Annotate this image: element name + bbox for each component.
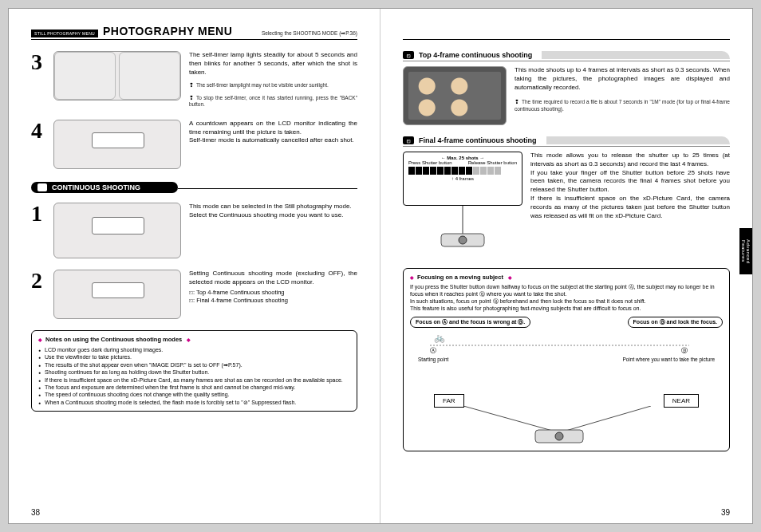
timeline-press: Press Shutter button: [408, 160, 452, 165]
step-number-4: 4: [31, 120, 45, 169]
page-39: ⏍ Top 4-frame continuous shooting This m…: [380, 9, 752, 523]
final4-text: This mode allows you to release the shut…: [530, 152, 730, 255]
step3-text: The self-timer lamp lights steadily for …: [189, 51, 357, 77]
focus-body: If you press the Shutter button down hal…: [410, 283, 723, 312]
step2-text: Setting Continuous shooting mode (exclud…: [189, 270, 357, 287]
note-item: The speed of continuous shooting does no…: [38, 391, 350, 398]
step1-text: This mode can be selected in the Still p…: [189, 203, 357, 258]
focus-title: Focusing on a moving subject: [410, 274, 723, 281]
step-1: 1 This mode can be selected in the Still…: [31, 203, 357, 258]
selecting-mode: Selecting the SHOOTING MODE (➡P.36): [262, 30, 357, 37]
note-item: The focus and exposure are determined wh…: [38, 384, 350, 391]
page-number-right: 39: [721, 508, 730, 517]
svg-line-7: [463, 406, 555, 432]
section-continuous-shooting: CONTINUOUS SHOOTING: [31, 182, 178, 193]
step-4: 4 A countdown appears on the LCD monitor…: [31, 120, 357, 169]
step4-text: A countdown appears on the LCD monitor i…: [189, 120, 357, 169]
menu-title: PHOTOGRAPHY MENU: [103, 25, 232, 37]
note-item: When a Continuous shooting mode is selec…: [38, 399, 350, 406]
step-number-2: 2: [31, 270, 45, 319]
page-spread: STILL PHOTOGRAPHY MENU PHOTOGRAPHY MENU …: [8, 8, 753, 524]
step1-illustration: [53, 203, 181, 258]
page-number-left: 38: [31, 508, 40, 517]
note-item: If there is insufficient space on the xD…: [38, 376, 350, 384]
top4-text: This mode shoots up to 4 frames at inter…: [515, 66, 730, 92]
step-number-3: 3: [31, 51, 45, 108]
top4-note: The time required to record a file is ab…: [515, 98, 730, 112]
step4-illustration: [53, 120, 181, 169]
svg-point-2: [459, 236, 467, 244]
step-3: 3 The self-timer lamp lights steadily fo…: [31, 51, 357, 108]
icon-final4-label: : Final 4-frame Continuous shooting: [193, 297, 288, 304]
section-final4: ⏍ Final 4-frame continuous shooting: [403, 135, 730, 147]
continuous-icon: [37, 183, 47, 191]
final4-timeline: ← Max. 25 shots → Press Shutter button R…: [403, 152, 522, 206]
step-number-1: 1: [31, 203, 45, 258]
svg-text:🚲: 🚲: [434, 332, 445, 343]
icon-top4-label: : Top 4-frame Continuous shooting: [193, 289, 285, 296]
focusing-box: Focusing on a moving subject If you pres…: [403, 268, 730, 451]
notes-title: Notes on using the Continuous shooting m…: [38, 336, 350, 344]
starting-point-label: Starting point: [418, 357, 448, 362]
page-38: STILL PHOTOGRAPHY MENU PHOTOGRAPHY MENU …: [9, 9, 380, 523]
note-item: The results of the shot appear even when…: [38, 361, 350, 368]
svg-line-8: [563, 406, 651, 432]
step3-note-1: The self-timer lamplight may not be visi…: [189, 81, 357, 89]
note-item: LCD monitor goes dark during shooting im…: [38, 346, 350, 353]
camera-bottom-diagram: [404, 406, 729, 446]
menu-tag: STILL PHOTOGRAPHY MENU: [31, 30, 98, 37]
final4-icon: ⏍: [403, 136, 414, 144]
timeline-release: Release Shutter button: [468, 160, 517, 165]
final4-title: Final 4-frame continuous shooting: [419, 136, 537, 144]
svg-text:Ⓑ: Ⓑ: [681, 347, 688, 354]
timeline-filmstrip: [408, 167, 517, 175]
timeline-4frames: ↑ 4 frames: [408, 176, 517, 181]
notes-list: LCD monitor goes dark during shooting im…: [38, 346, 350, 407]
notes-box: Notes on using the Continuous shooting m…: [31, 330, 357, 412]
take-point-label: Point where you want to take the picture: [622, 357, 715, 362]
step2-illustration: [53, 270, 181, 319]
header-row: STILL PHOTOGRAPHY MENU PHOTOGRAPHY MENU …: [31, 25, 357, 37]
svg-text:Ⓐ: Ⓐ: [430, 347, 436, 354]
step-2: 2 Setting Continuous shooting mode (excl…: [31, 270, 357, 319]
focus-pill-b: Focus on Ⓑ and lock the focus.: [628, 317, 723, 328]
top4-title: Top 4-frame continuous shooting: [419, 51, 532, 59]
continuous-title: CONTINUOUS SHOOTING: [52, 183, 140, 191]
camera-diagram: [403, 206, 522, 254]
step3-illustration: [53, 51, 181, 100]
step3-note-2: To stop the self-timer, once it has star…: [189, 94, 357, 108]
section-top4: ⏍ Top 4-frame continuous shooting: [403, 49, 730, 61]
top4-illustration: [403, 66, 507, 125]
note-item: Use the viewfinder to take pictures.: [38, 353, 350, 361]
note-item: Shooting continues for as long as holdin…: [38, 368, 350, 376]
focus-pill-a: Focus on Ⓐ and the focus is wrong at Ⓑ.: [410, 317, 530, 328]
bicycle-diagram: 🚲 Ⓐ Ⓑ: [410, 331, 723, 355]
svg-point-10: [555, 432, 563, 440]
side-tab-advanced: Advanced Features: [739, 228, 752, 274]
top4-icon: ⏍: [403, 51, 414, 59]
